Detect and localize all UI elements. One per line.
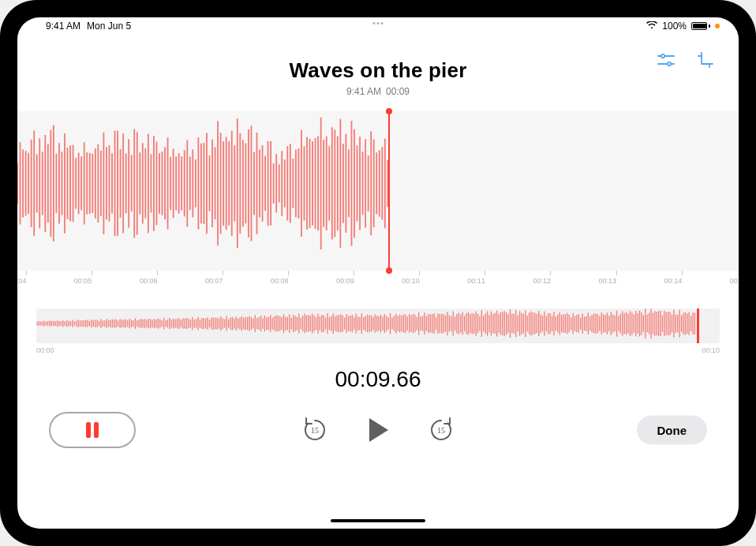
waveform-main[interactable]: 00:0400:0500:0600:0700:0800:0900:1000:11… — [17, 111, 739, 291]
ruler-label: 00:05 — [74, 277, 92, 285]
ruler-label: 00:12 — [533, 277, 551, 285]
home-indicator[interactable] — [331, 519, 425, 522]
wifi-icon — [646, 21, 657, 32]
ruler-label: 00:07 — [205, 277, 223, 285]
playback-options-button[interactable] — [655, 49, 677, 71]
battery-icon — [691, 22, 710, 30]
svg-rect-625 — [94, 422, 99, 438]
status-date: Mon Jun 5 — [87, 21, 131, 32]
ruler-label: 00:04 — [17, 277, 26, 285]
ipad-frame: 9:41 AM Mon Jun 5 100% — [0, 0, 756, 546]
status-time: 9:41 AM — [46, 21, 80, 32]
playhead[interactable] — [388, 111, 390, 271]
play-button[interactable] — [361, 413, 395, 447]
overview-end-label: 00:10 — [702, 346, 720, 354]
trim-button[interactable] — [694, 49, 717, 71]
ruler-label: 00:08 — [271, 277, 289, 285]
svg-text:15: 15 — [311, 426, 319, 435]
svg-point-1 — [661, 54, 664, 58]
ruler-label: 00:09 — [336, 277, 354, 285]
overview-start-label: 00:00 — [36, 346, 54, 354]
recording-title[interactable]: Waves on the pier — [17, 58, 739, 83]
waveform-overview[interactable] — [36, 309, 720, 343]
skip-back-15-button[interactable]: 15 — [301, 416, 329, 444]
svg-text:15: 15 — [437, 426, 445, 435]
ruler-label: 00:11 — [467, 277, 485, 285]
ruler-label: 00:14 — [664, 277, 683, 285]
recording-duration: 00:09 — [386, 86, 410, 97]
overview-playhead[interactable] — [697, 309, 699, 343]
multitask-grabber[interactable] — [373, 22, 384, 24]
status-bar: 9:41 AM Mon Jun 5 100% — [17, 17, 739, 35]
screen: 9:41 AM Mon Jun 5 100% — [17, 17, 739, 529]
recording-time: 9:41 AM — [346, 86, 381, 97]
elapsed-timer: 00:09.66 — [17, 367, 739, 392]
ruler-label: 00:15 — [730, 277, 739, 285]
ruler-label: 00:10 — [402, 277, 420, 285]
mic-in-use-dot-icon — [715, 24, 720, 28]
skip-forward-15-button[interactable]: 15 — [427, 416, 455, 444]
ruler-label: 00:06 — [140, 277, 158, 285]
svg-point-3 — [668, 62, 671, 65]
svg-rect-624 — [86, 422, 91, 438]
done-button[interactable]: Done — [637, 416, 708, 445]
battery-pct: 100% — [662, 21, 687, 32]
time-ruler: 00:0400:0500:0600:0700:0800:0900:1000:11… — [17, 271, 739, 291]
pause-record-button[interactable] — [49, 412, 136, 448]
ruler-label: 00:13 — [599, 277, 617, 285]
